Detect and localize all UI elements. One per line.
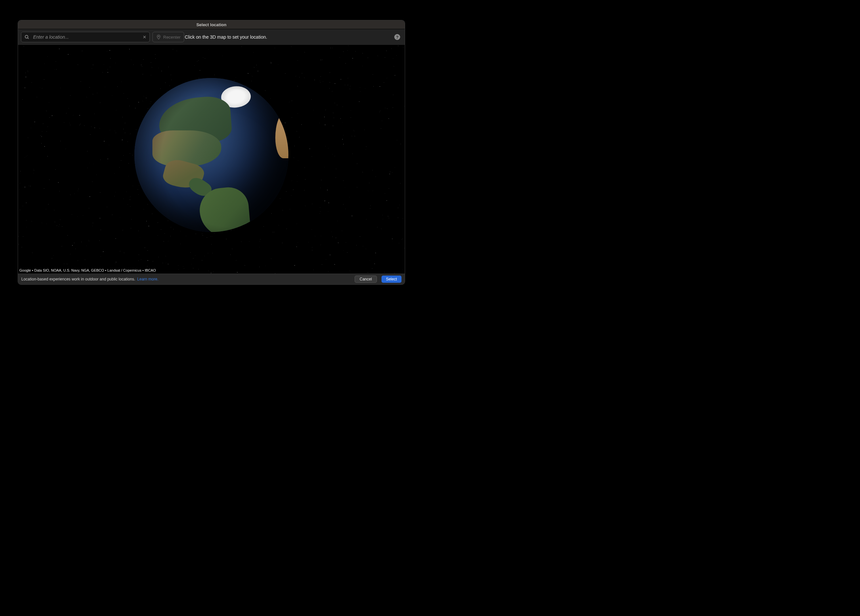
- select-location-window: Select location: [18, 20, 405, 285]
- earth-globe[interactable]: [134, 78, 289, 232]
- clear-search-icon[interactable]: [142, 34, 147, 40]
- cancel-button[interactable]: Cancel: [355, 276, 377, 283]
- search-input[interactable]: [21, 32, 150, 42]
- window-titlebar: Select location: [18, 20, 405, 29]
- map-hint-text: Click on the 3D map to set your location…: [185, 34, 267, 40]
- footer-info-text: Location-based experiences work in outdo…: [21, 277, 135, 281]
- location-pin-icon: [156, 34, 161, 40]
- window-title: Select location: [196, 22, 226, 27]
- toolbar: Recenter Click on the 3D map to set your…: [18, 29, 405, 45]
- select-button[interactable]: Select: [381, 276, 402, 283]
- footer-bar: Location-based experiences work in outdo…: [18, 274, 405, 284]
- search-icon: [24, 34, 30, 40]
- learn-more-link[interactable]: Learn more.: [137, 277, 159, 281]
- landmass-usa: [152, 130, 221, 166]
- svg-line-1: [28, 38, 28, 39]
- map-3d-viewport[interactable]: Google • Data SIO, NOAA, U.S. Navy, NGA,…: [18, 45, 405, 274]
- search-wrapper: [21, 32, 150, 42]
- map-attribution: Google • Data SIO, NOAA, U.S. Navy, NGA,…: [19, 268, 156, 272]
- svg-point-0: [25, 35, 28, 38]
- recenter-label: Recenter: [163, 35, 180, 40]
- recenter-button[interactable]: Recenter: [152, 32, 184, 42]
- help-icon: ?: [396, 35, 399, 40]
- help-button[interactable]: ?: [394, 34, 400, 40]
- svg-point-4: [158, 36, 159, 37]
